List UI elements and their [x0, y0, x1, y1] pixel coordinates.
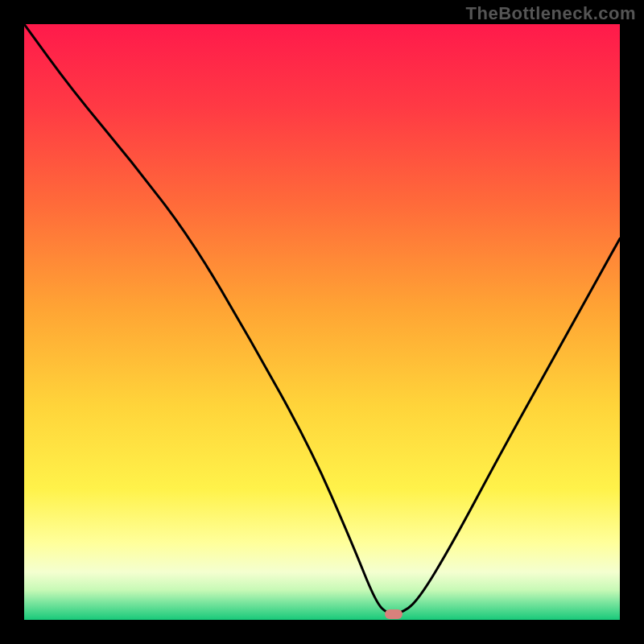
plot-area [24, 24, 620, 620]
curve-svg [24, 24, 620, 620]
chart-frame: TheBottleneck.com [0, 0, 644, 644]
watermark-text: TheBottleneck.com [466, 3, 636, 24]
optimal-marker [385, 609, 402, 619]
bottleneck-curve [24, 24, 620, 614]
